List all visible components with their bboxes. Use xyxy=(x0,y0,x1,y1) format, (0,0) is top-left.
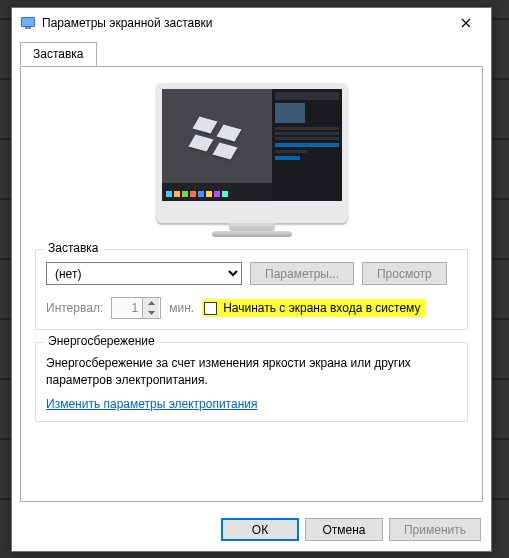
tab-screensaver[interactable]: Заставка xyxy=(20,42,97,66)
dialog-footer: ОК Отмена Применить xyxy=(12,510,491,551)
screensaver-group-label: Заставка xyxy=(44,241,103,255)
close-button[interactable] xyxy=(445,9,487,37)
resume-highlight: Начинать с экрана входа в систему xyxy=(202,299,426,317)
interval-down[interactable] xyxy=(143,308,159,318)
preview-monitor xyxy=(156,83,348,237)
settings-button[interactable]: Параметры... xyxy=(250,262,354,285)
preview-area xyxy=(35,83,468,237)
preview-button[interactable]: Просмотр xyxy=(362,262,447,285)
tab-page: Заставка (нет) Параметры... Просмотр Инт… xyxy=(20,67,483,502)
titlebar: Параметры экранной заставки xyxy=(12,8,491,38)
power-group: Энергосбережение Энергосбережение за сче… xyxy=(35,342,468,422)
interval-up[interactable] xyxy=(143,298,159,308)
interval-spinner[interactable] xyxy=(111,297,161,319)
screensaver-select[interactable]: (нет) xyxy=(46,262,242,285)
screensaver-settings-dialog: Параметры экранной заставки Заставка xyxy=(11,7,492,552)
window-icon xyxy=(20,15,36,31)
interval-unit: мин. xyxy=(169,301,194,315)
apply-button[interactable]: Применить xyxy=(389,518,481,541)
tabs: Заставка xyxy=(12,38,491,67)
power-link[interactable]: Изменить параметры электропитания xyxy=(46,397,257,411)
power-group-label: Энергосбережение xyxy=(44,334,159,348)
power-text: Энергосбережение за счет изменения яркос… xyxy=(46,355,457,389)
interval-label: Интервал: xyxy=(46,301,103,315)
svg-rect-2 xyxy=(25,27,31,29)
interval-input[interactable] xyxy=(112,298,142,318)
ok-button[interactable]: ОК xyxy=(221,518,299,541)
svg-rect-1 xyxy=(22,18,34,26)
screensaver-group: Заставка (нет) Параметры... Просмотр Инт… xyxy=(35,249,468,330)
cancel-button[interactable]: Отмена xyxy=(305,518,383,541)
close-icon xyxy=(461,18,471,28)
window-title: Параметры экранной заставки xyxy=(42,16,445,30)
resume-checkbox[interactable] xyxy=(204,302,217,315)
resume-checkbox-label: Начинать с экрана входа в систему xyxy=(223,301,420,315)
